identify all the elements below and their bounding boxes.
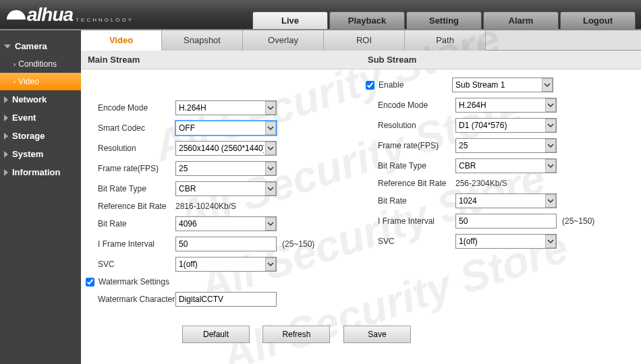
sidebar-video-label: Video <box>18 77 38 86</box>
ref-bit-rate-label: Reference Bit Rate <box>98 202 175 211</box>
sidebar-event[interactable]: Event <box>0 109 81 127</box>
tab-overlay[interactable]: Overlay <box>243 30 324 51</box>
iframe-label: I Frame Interval <box>98 239 175 249</box>
sub-stream-title: Sub Stream <box>361 51 641 69</box>
sidebar-camera[interactable]: Camera <box>0 37 81 55</box>
sidebar-camera-label: Camera <box>15 41 47 51</box>
default-button[interactable]: Default <box>182 326 250 343</box>
refresh-button[interactable]: Refresh <box>262 326 330 343</box>
sub-stream-column: Sub Stream EnableSub Stream 1 Encode Mod… <box>361 51 641 319</box>
sidebar-conditions[interactable]: ›Conditions <box>0 55 81 73</box>
main-svc-select[interactable]: 1(off) <box>175 257 277 272</box>
button-row: Default Refresh Save <box>81 319 641 343</box>
sub-bit-rate-label: Bit Rate <box>378 196 455 206</box>
sub-encode-mode-select[interactable]: H.264H <box>455 98 557 113</box>
bit-rate-type-label: Bit Rate Type <box>98 184 175 193</box>
main-resolution-select[interactable]: 2560x1440 (2560*1440) <box>175 141 277 156</box>
watermark-settings-label: Watermark Settings <box>99 277 169 286</box>
tab-path[interactable]: Path <box>405 30 486 51</box>
sub-iframe-hint: (25~150) <box>562 216 594 226</box>
tabbar: Video Snapshot Overlay ROI Path <box>81 30 641 51</box>
logo-brand: alhua <box>27 4 73 26</box>
logo-icon <box>7 10 26 20</box>
sub-resolution-label: Resolution <box>378 121 455 130</box>
sub-bit-rate-select[interactable]: 1024 <box>455 193 557 208</box>
nav-alarm[interactable]: Alarm <box>483 11 559 29</box>
save-button[interactable]: Save <box>343 326 411 343</box>
frame-rate-label: Frame rate(FPS) <box>98 164 175 173</box>
sub-enable-checkbox[interactable] <box>366 81 374 90</box>
smart-codec-label: Smart Codec <box>98 123 175 133</box>
tab-snapshot[interactable]: Snapshot <box>162 30 243 51</box>
chevron-right-icon: › <box>13 78 16 86</box>
sub-bit-rate-type-label: Bit Rate Type <box>378 161 455 171</box>
chevron-right-icon <box>4 96 8 103</box>
sub-stream-select[interactable]: Sub Stream 1 <box>452 78 553 92</box>
bit-rate-label: Bit Rate <box>98 219 175 229</box>
sidebar-video[interactable]: ›Video <box>0 73 81 90</box>
main-smart-codec-select[interactable]: OFF <box>175 121 277 135</box>
nav-playback[interactable]: Playback <box>329 11 405 29</box>
iframe-hint: (25~150) <box>282 239 314 249</box>
sidebar-conditions-label: Conditions <box>18 59 57 69</box>
encode-mode-label: Encode Mode <box>98 103 175 113</box>
chevron-right-icon <box>4 169 8 176</box>
nav-setting[interactable]: Setting <box>406 11 482 29</box>
watermark-char-input[interactable] <box>175 292 277 307</box>
sub-ref-bit-rate-label: Reference Bit Rate <box>378 179 455 188</box>
sub-ref-bit-rate: 256-2304Kb/S <box>455 179 507 188</box>
sidebar-network[interactable]: Network <box>0 90 81 109</box>
sidebar-network-label: Network <box>12 94 47 104</box>
main-bit-rate-select[interactable]: 4096 <box>175 216 277 231</box>
sidebar-information-label: Information <box>12 167 61 177</box>
main-bit-rate-type-select[interactable]: CBR <box>175 181 277 196</box>
sidebar-storage[interactable]: Storage <box>0 127 81 145</box>
top-nav: Live Playback Setting Alarm Logout <box>252 11 636 29</box>
sub-encode-mode-label: Encode Mode <box>378 100 455 110</box>
chevron-right-icon <box>4 115 8 121</box>
main-ref-bit-rate: 2816-10240Kb/S <box>175 202 236 211</box>
main-encode-mode-select[interactable]: H.264H <box>175 100 277 115</box>
chevron-right-icon <box>4 151 8 158</box>
main-stream-title: Main Stream <box>81 51 361 69</box>
chevron-right-icon <box>4 133 8 140</box>
sub-frame-rate-label: Frame rate(FPS) <box>378 141 455 150</box>
tab-video[interactable]: Video <box>81 30 162 51</box>
sub-svc-select[interactable]: 1(off) <box>455 234 557 249</box>
sidebar-event-label: Event <box>12 113 36 123</box>
sidebar-system[interactable]: System <box>0 145 81 163</box>
sub-svc-label: SVC <box>378 237 455 246</box>
sub-iframe-label: I Frame Interval <box>378 216 455 226</box>
tab-roi[interactable]: ROI <box>324 30 405 51</box>
logo-subtext: TECHNOLOGY <box>76 17 134 23</box>
svc-label: SVC <box>98 260 175 269</box>
nav-logout[interactable]: Logout <box>560 11 636 29</box>
watermark-char-label: Watermark Character <box>98 295 175 304</box>
chevron-down-icon <box>4 44 11 49</box>
sub-frame-rate-select[interactable]: 25 <box>455 138 557 153</box>
sub-iframe-input[interactable] <box>455 214 557 229</box>
sidebar-system-label: System <box>12 149 43 159</box>
sidebar-storage-label: Storage <box>12 131 45 141</box>
sidebar: Camera ›Conditions ›Video Network Event … <box>0 30 81 364</box>
sidebar-information[interactable]: Information <box>0 163 81 181</box>
sub-resolution-select[interactable]: D1 (704*576) <box>455 118 557 133</box>
logo: alhua TECHNOLOGY <box>7 4 134 26</box>
main: Video Snapshot Overlay ROI Path Ali Secu… <box>81 30 641 364</box>
sub-enable-label: Enable <box>379 80 452 90</box>
nav-live[interactable]: Live <box>252 11 328 29</box>
main-frame-rate-select[interactable]: 25 <box>175 161 277 176</box>
chevron-right-icon: › <box>13 61 16 68</box>
header: alhua TECHNOLOGY Live Playback Setting A… <box>0 0 641 30</box>
resolution-label: Resolution <box>98 144 175 153</box>
sub-bit-rate-type-select[interactable]: CBR <box>455 158 557 173</box>
main-iframe-input[interactable] <box>175 237 277 251</box>
main-stream-column: Main Stream Encode ModeH.264H Smart Code… <box>81 51 361 319</box>
watermark-settings-checkbox[interactable] <box>86 278 94 286</box>
